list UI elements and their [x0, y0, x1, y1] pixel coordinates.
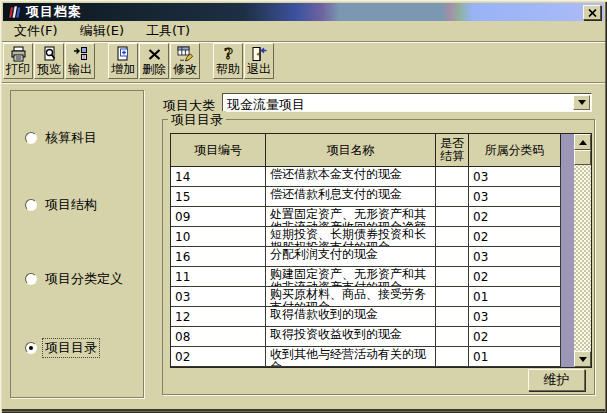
add-button[interactable]: 增加: [108, 43, 138, 79]
cell-name: 分配利润支付的现金: [266, 247, 436, 267]
maintain-button-label: 维护: [544, 371, 570, 389]
radio-circle: [25, 132, 37, 144]
maintain-button[interactable]: 维护: [528, 369, 585, 391]
table-row[interactable]: 14 偿还借款本金支付的现金 03: [171, 167, 561, 187]
radio-project-structure[interactable]: 项目结构: [25, 196, 99, 214]
delete-x-icon: [146, 45, 163, 62]
cell-settle: [436, 307, 469, 327]
vertical-scrollbar[interactable]: [574, 134, 591, 367]
preview-magnifier-icon: [41, 45, 58, 62]
triangle-up-icon: [579, 140, 587, 145]
table-row[interactable]: 11 购建固定资产、无形资产和其他非流动资产支付的现金 02: [171, 267, 561, 287]
print-button[interactable]: 打印: [3, 43, 33, 79]
toolbar: 打印 预览 输出: [3, 43, 274, 80]
table-row[interactable]: 12 取得借款收到的现金 03: [171, 307, 561, 327]
table-filler-strip: [561, 134, 574, 367]
preview-button[interactable]: 预览: [34, 43, 64, 79]
table-row[interactable]: 09 处置固定资产、无形资产和其他非流动资产收回的现金净额 02: [171, 207, 561, 227]
modify-pencil-icon: [177, 45, 194, 62]
cell-code: 09: [171, 207, 266, 227]
cell-name: 偿还借款利息支付的现金: [266, 187, 436, 207]
cell-class: 02: [469, 267, 561, 287]
cell-code: 12: [171, 307, 266, 327]
cell-code: 16: [171, 247, 266, 267]
combobox-dropdown-button[interactable]: [573, 95, 590, 110]
cell-class: 03: [469, 307, 561, 327]
titlebar[interactable]: 项目档案: [3, 3, 604, 21]
cell-code: 14: [171, 167, 266, 187]
toolbar-button-label: 输出: [68, 62, 92, 76]
view-selector-panel: 核算科目 项目结构 项目分类定义 项目目录: [10, 90, 144, 398]
cell-settle: [436, 247, 469, 267]
radio-circle: [25, 273, 37, 285]
toolbar-content-divider: [2, 82, 605, 84]
menu-item-edit[interactable]: 编辑(E): [77, 21, 127, 41]
cell-settle: [436, 227, 469, 247]
header-class-code: 所属分类码: [469, 134, 561, 167]
cell-settle: [436, 287, 469, 307]
chevron-down-icon: [578, 100, 586, 105]
help-question-icon: ?: [220, 45, 237, 62]
radio-label: 项目结构: [43, 196, 99, 214]
cell-class: 02: [469, 327, 561, 347]
delete-button[interactable]: 删除: [139, 43, 169, 79]
table-row[interactable]: 03 购买原材料、商品、接受劳务支付的现金 01: [171, 287, 561, 307]
combobox-value: 现金流量项目: [227, 96, 305, 114]
cell-code: 15: [171, 187, 266, 207]
close-icon: [588, 9, 597, 17]
exit-button[interactable]: 退出: [244, 43, 274, 79]
scroll-up-button[interactable]: [574, 134, 591, 150]
cell-code: 10: [171, 227, 266, 247]
books-icon: [6, 4, 22, 20]
cell-class: 03: [469, 247, 561, 267]
table-body: 14 偿还借款本金支付的现金 03 15 偿还借款利息支付的现金 03 09 处…: [171, 167, 561, 367]
table-row[interactable]: 16 分配利润支付的现金 03: [171, 247, 561, 267]
radio-accounting-subjects[interactable]: 核算科目: [25, 129, 99, 147]
cell-class: 02: [469, 207, 561, 227]
cell-code: 03: [171, 287, 266, 307]
cell-settle: [436, 347, 469, 367]
cell-settle: [436, 187, 469, 207]
menu-item-tools[interactable]: 工具(T): [143, 21, 193, 41]
cell-class: 02: [469, 227, 561, 247]
radio-label: 项目分类定义: [43, 270, 125, 288]
toolbar-button-label: 退出: [247, 62, 271, 76]
cell-name: 收到其他与经营活动有关的现金: [266, 347, 436, 367]
menu-item-file[interactable]: 文件(F): [11, 21, 61, 41]
add-document-icon: [115, 45, 132, 62]
project-directory-table: 项目编号 项目名称 是否结算 所属分类码 14 偿还借款本金支付的现金 03 1…: [170, 133, 592, 368]
table-row[interactable]: 08 取得投资收益收到的现金 02: [171, 327, 561, 347]
cell-name: 购建固定资产、无形资产和其他非流动资产支付的现金: [266, 267, 436, 287]
header-project-code: 项目编号: [171, 134, 266, 167]
scrollbar-thumb[interactable]: [574, 150, 591, 165]
close-button[interactable]: [583, 5, 601, 20]
table-row[interactable]: 02 收到其他与经营活动有关的现金 01: [171, 347, 561, 367]
scroll-down-button[interactable]: [574, 351, 591, 367]
radio-label: 核算科目: [43, 129, 99, 147]
project-category-combobox[interactable]: 现金流量项目: [222, 93, 592, 112]
cell-code: 08: [171, 327, 266, 347]
help-button[interactable]: ? 帮助: [213, 43, 243, 79]
header-project-name: 项目名称: [266, 134, 436, 167]
table-row[interactable]: 15 偿还借款利息支付的现金 03: [171, 187, 561, 207]
toolbar-button-label: 增加: [111, 62, 135, 76]
cell-class: 01: [469, 347, 561, 367]
table-row[interactable]: 10 短期投资、长期债券投资和长期股权投资支付的现金 02: [171, 227, 561, 247]
cell-name: 取得借款收到的现金: [266, 307, 436, 327]
printer-icon: [10, 45, 27, 62]
exit-door-icon: [251, 45, 268, 62]
radio-project-directory[interactable]: 项目目录: [25, 339, 99, 357]
cell-name: 偿还借款本金支付的现金: [266, 167, 436, 187]
toolbar-button-label: 打印: [6, 62, 30, 76]
toolbar-button-label: 预览: [37, 62, 61, 76]
modify-button[interactable]: 修改: [170, 43, 200, 79]
cell-class: 03: [469, 187, 561, 207]
toolbar-button-label: 修改: [173, 62, 197, 76]
export-button[interactable]: 输出: [65, 43, 95, 79]
toolbar-button-label: 删除: [142, 62, 166, 76]
triangle-down-icon: [579, 357, 587, 362]
radio-project-class-definition[interactable]: 项目分类定义: [25, 270, 125, 288]
radio-label: 项目目录: [43, 339, 99, 357]
cell-settle: [436, 167, 469, 187]
table-header-row: 项目编号 项目名称 是否结算 所属分类码: [171, 134, 561, 167]
